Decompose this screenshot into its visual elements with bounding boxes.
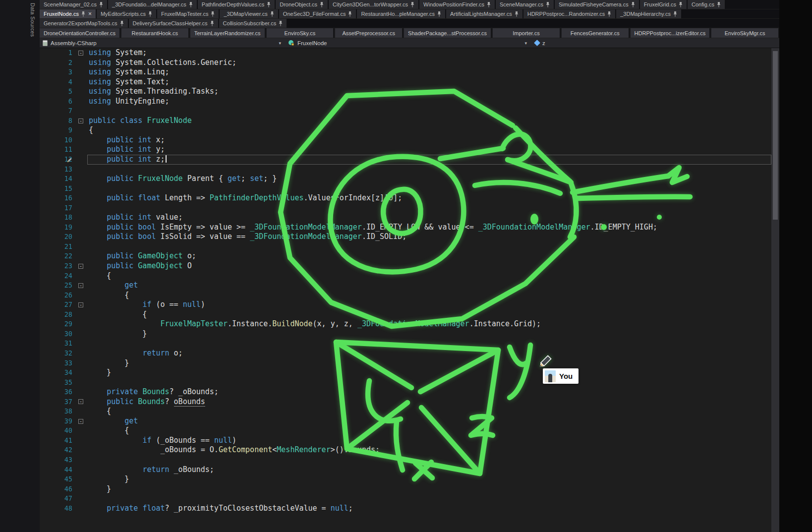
tab-Config.cs[interactable]: Config.cs [688,0,725,9]
tab-OneSec3D_FileFormat.cs[interactable]: OneSec3D_FileFormat.cs [279,9,356,18]
collapse-icon[interactable]: - [78,419,83,424]
code-line-29[interactable]: 29 FruxelMapTester.Instance.BuildNode(x,… [40,319,771,329]
code-line-30[interactable]: 30 } [40,329,771,339]
pin-icon[interactable] [148,11,152,17]
pin-icon[interactable] [120,21,124,26]
code-line-25[interactable]: 25- get [40,281,771,291]
tab-_3DMapHierarchy.cs[interactable]: _3DMapHierarchy.cs [616,9,681,18]
tab-HDRPPostproc...izerEditor.cs[interactable]: HDRPPostproc...izerEditor.cs [631,28,711,38]
code-line-31[interactable]: 31 [40,339,771,349]
code-line-10[interactable]: 10 public int x; [40,135,771,145]
collapse-icon[interactable]: - [78,51,83,56]
code-line-38[interactable]: 38 { [40,407,771,416]
tab-PathfinderDepthValues.cs[interactable]: PathfinderDepthValues.cs [198,0,275,9]
code-line-47[interactable]: 47 [40,494,771,504]
tab-ShaderPackage...stProcessor.cs[interactable]: ShaderPackage...stProcessor.cs [404,28,492,38]
code-line-20[interactable]: 20 public bool IsSolid => value == _3DFo… [40,232,771,242]
code-line-16[interactable]: 16 public float Length => PathfinderDept… [40,193,771,203]
code-line-2[interactable]: 2using System.Collections.Generic; [40,58,771,68]
close-icon[interactable]: × [88,11,92,16]
code-line-9[interactable]: 9{ [40,125,771,135]
code-line-39[interactable]: 39- get [40,416,771,426]
code-line-48[interactable]: 48 private float? _proximityToClosestObs… [40,504,771,514]
pin-icon[interactable] [717,2,721,7]
pin-icon[interactable] [320,2,324,7]
code-line-7[interactable]: 7 [40,106,771,116]
code-line-33[interactable]: 33 } [40,358,771,368]
pin-icon[interactable] [410,2,414,7]
tab-CollisionSubscriber.cs[interactable]: CollisionSubscriber.cs [219,19,287,28]
tab-FruxelGrid.cs[interactable]: FruxelGrid.cs [640,0,687,9]
code-line-42[interactable]: 42 _oBounds = O.GetComponent<MeshRendere… [40,445,771,455]
code-line-24[interactable]: 24 { [40,271,771,281]
code-line-21[interactable]: 21 [40,242,771,252]
code-editor[interactable]: 1-using System;2using System.Collections… [40,48,771,532]
code-line-1[interactable]: 1-using System; [40,48,771,58]
collapse-icon[interactable]: - [78,302,83,307]
pin-icon[interactable] [99,2,103,7]
tab-FruxelNode.cs[interactable]: FruxelNode.cs× [40,9,96,18]
code-line-44[interactable]: 44 return _oBounds; [40,465,771,475]
tab-_3DMapViewer.cs[interactable]: _3DMapViewer.cs [220,9,278,18]
pin-icon[interactable] [631,2,635,7]
tab-DroneOrientationController.cs[interactable]: DroneOrientationController.cs [40,28,120,38]
project-dropdown[interactable]: Assembly-CSharp ▾ [40,38,286,48]
code-line-14[interactable]: 14 public FruxelNode Parent { get; set; … [40,174,771,184]
pin-icon[interactable] [487,2,491,7]
code-line-23[interactable]: 23- public GameObject O [40,261,771,271]
tab-FruxelMapTester.cs[interactable]: FruxelMapTester.cs [157,9,219,18]
tab-ArtificialLightsManager.cs[interactable]: ArtificialLightsManager.cs [446,9,522,18]
code-line-27[interactable]: 27- if (o == null) [40,300,771,310]
tab-EnviroSkyMgr.cs[interactable]: EnviroSkyMgr.cs [711,28,779,38]
pin-icon[interactable] [679,2,683,7]
pin-icon[interactable] [348,11,352,17]
code-line-22[interactable]: 22 public GameObject o; [40,251,771,261]
tab-SimulatedFisheyeCamera.cs[interactable]: SimulatedFisheyeCamera.cs [555,0,639,9]
tab-_3DFoundatio...delManager.cs[interactable]: _3DFoundatio...delManager.cs [108,0,197,9]
code-line-4[interactable]: 4using System.Text; [40,77,771,87]
pin-icon[interactable] [607,11,611,17]
tab-MyEditorScripts.cs[interactable]: MyEditorScripts.cs [97,9,156,18]
pin-icon[interactable] [211,11,215,17]
code-line-18[interactable]: 18 public int value; [40,213,771,223]
collapse-icon[interactable]: - [78,264,83,269]
tab-TerrainLayerRandomizer.cs[interactable]: TerrainLayerRandomizer.cs [190,28,266,38]
code-line-11[interactable]: 11 public int y; [40,145,771,155]
pin-icon[interactable] [515,11,519,17]
code-line-28[interactable]: 28 { [40,310,771,320]
tab-Generator2ExportMapTools.cs[interactable]: Generator2ExportMapTools.cs [40,19,128,28]
tab-WindowPositionFinder.cs[interactable]: WindowPositionFinder.cs [419,0,495,9]
tab-EnviroSky.cs[interactable]: EnviroSky.cs [267,28,335,38]
code-line-46[interactable]: 46 } [40,484,771,494]
tab-AssetPreprocessor.cs[interactable]: AssetPreprocessor.cs [335,28,403,38]
vertical-scrollbar[interactable] [771,48,779,532]
pin-icon[interactable] [437,11,441,17]
pin-icon[interactable] [210,21,214,26]
tab-SceneManager.cs[interactable]: SceneManager.cs [496,0,554,9]
tab-DroneObject.cs[interactable]: DroneObject.cs [276,0,328,9]
code-line-32[interactable]: 32 return o; [40,349,771,358]
code-line-41[interactable]: 41 if (_oBounds == null) [40,436,771,446]
scrollbar-thumb[interactable] [773,51,778,220]
code-line-3[interactable]: 3using System.Linq; [40,67,771,77]
code-line-19[interactable]: 19 public bool IsEmpty => value >= _3DFo… [40,223,771,233]
collapse-icon[interactable]: - [78,118,83,123]
code-line-36[interactable]: 36 private Bounds? _oBounds; [40,387,771,397]
code-line-34[interactable]: 34 } [40,368,771,378]
tab-Importer.cs[interactable]: Importer.cs [493,28,561,38]
code-line-45[interactable]: 45 } [40,474,771,484]
code-line-43[interactable]: 43 [40,455,771,465]
tab-DeliverySurfaceClassHelper.cs[interactable]: DeliverySurfaceClassHelper.cs [129,19,218,28]
data-sources-tool-tab[interactable]: Data Sources [30,3,36,37]
code-line-37[interactable]: 37- public Bounds? oBounds [40,397,771,407]
code-line-6[interactable]: 6using UnityEngine; [40,97,771,107]
pin-icon[interactable] [189,2,193,7]
pin-icon[interactable] [270,11,274,17]
pin-icon[interactable] [673,11,677,17]
tab-FencesGenerator.cs[interactable]: FencesGenerator.cs [562,28,630,38]
tab-HDRPPostproc...Randomizer.cs[interactable]: HDRPPostproc...Randomizer.cs [523,9,616,18]
code-line-17[interactable]: 17 [40,203,771,213]
collapse-icon[interactable]: - [78,283,83,288]
code-line-15[interactable]: 15 [40,184,771,194]
member-dropdown[interactable]: z [532,38,779,48]
